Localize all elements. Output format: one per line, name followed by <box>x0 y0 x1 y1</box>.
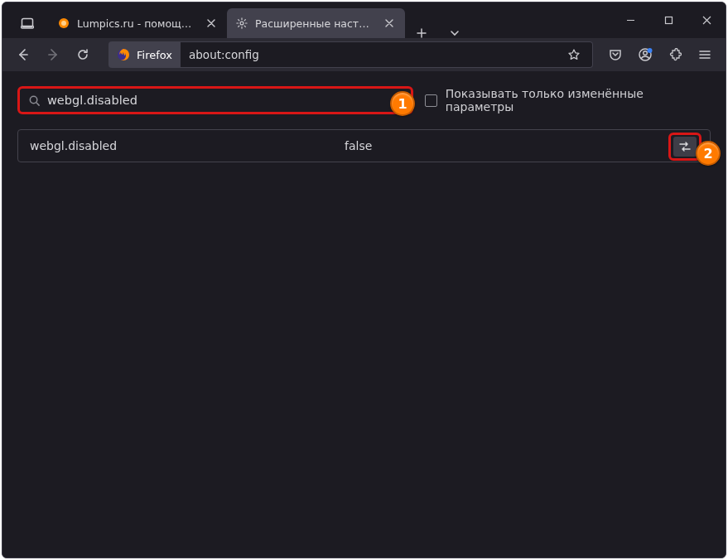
spaces-button[interactable] <box>12 8 42 38</box>
search-icon <box>28 94 41 107</box>
svg-point-9 <box>648 48 653 53</box>
titlebar: Lumpics.ru - помощь с компь Расширенные … <box>2 2 726 38</box>
chevron-down-icon <box>450 28 460 38</box>
pref-search-input[interactable]: webgl.disabled <box>17 86 413 114</box>
identity-label: Firefox <box>137 49 172 61</box>
forward-button[interactable] <box>39 41 67 68</box>
pref-value: false <box>345 139 698 152</box>
tab-close-button[interactable] <box>204 16 219 31</box>
tab-close-button[interactable] <box>382 16 397 31</box>
svg-point-3 <box>61 21 66 26</box>
tab-strip: Lumpics.ru - помощь с компь Расширенные … <box>2 2 611 38</box>
pocket-icon <box>609 48 622 61</box>
filter-label: Показывать только изменённые параметры <box>446 87 711 113</box>
account-icon <box>638 47 653 62</box>
window-controls <box>611 2 726 38</box>
tab-title: Расширенные настройки <box>255 17 375 30</box>
back-button[interactable] <box>9 41 37 68</box>
checkbox[interactable] <box>425 94 437 107</box>
url-input[interactable]: about:config <box>181 41 593 68</box>
close-icon <box>702 16 711 25</box>
annotation-badge-1: 1 <box>390 91 415 116</box>
arrow-right-icon <box>46 48 60 61</box>
svg-point-8 <box>644 51 648 56</box>
extensions-button[interactable] <box>661 41 689 68</box>
pref-name: webgl.disabled <box>30 139 345 152</box>
minimize-button[interactable] <box>611 2 649 38</box>
firefox-icon <box>117 48 130 61</box>
close-window-button[interactable] <box>687 2 726 38</box>
reload-icon <box>76 48 89 61</box>
spaces-icon <box>21 17 34 30</box>
favicon-lumpics <box>57 17 70 30</box>
nav-toolbar: Firefox about:config <box>2 38 726 71</box>
identity-box[interactable]: Firefox <box>108 41 181 68</box>
reload-button[interactable] <box>69 41 97 68</box>
gear-icon <box>236 17 248 29</box>
url-text: about:config <box>189 48 564 61</box>
pocket-button[interactable] <box>601 41 629 68</box>
search-value: webgl.disabled <box>47 94 137 107</box>
toggle-pref-button[interactable] <box>673 137 697 157</box>
svg-point-4 <box>240 22 243 25</box>
minimize-icon <box>626 16 635 25</box>
search-row: webgl.disabled Показывать только изменён… <box>17 86 711 114</box>
arrow-left-icon <box>17 48 30 61</box>
annotation-badge-2: 2 <box>696 141 721 166</box>
close-icon <box>385 19 393 27</box>
about-config-content: webgl.disabled Показывать только изменён… <box>2 71 726 558</box>
tab-title: Lumpics.ru - помощь с компь <box>77 17 197 30</box>
bookmark-button[interactable] <box>564 48 584 61</box>
show-modified-only[interactable]: Показывать только изменённые параметры <box>425 87 711 113</box>
star-icon <box>567 48 581 61</box>
plus-icon <box>417 28 427 38</box>
account-button[interactable] <box>631 41 659 68</box>
tab-lumpics[interactable]: Lumpics.ru - помощь с компь <box>49 8 227 38</box>
svg-rect-5 <box>665 17 672 24</box>
url-bar[interactable]: Firefox about:config <box>108 41 593 68</box>
maximize-button[interactable] <box>649 2 687 38</box>
hamburger-icon <box>698 48 711 61</box>
app-menu-button[interactable] <box>691 41 719 68</box>
pref-row[interactable]: webgl.disabled false <box>17 129 711 162</box>
close-icon <box>207 19 215 27</box>
toggle-icon <box>678 141 692 152</box>
puzzle-icon <box>668 48 682 61</box>
maximize-icon <box>664 16 673 25</box>
favicon-settings <box>235 17 248 30</box>
tab-about-config[interactable]: Расширенные настройки <box>227 8 405 38</box>
new-tab-button[interactable] <box>408 28 435 38</box>
browser-window: Lumpics.ru - помощь с компь Расширенные … <box>2 2 726 558</box>
tabs-dropdown-button[interactable] <box>441 28 468 38</box>
svg-point-10 <box>30 96 36 103</box>
